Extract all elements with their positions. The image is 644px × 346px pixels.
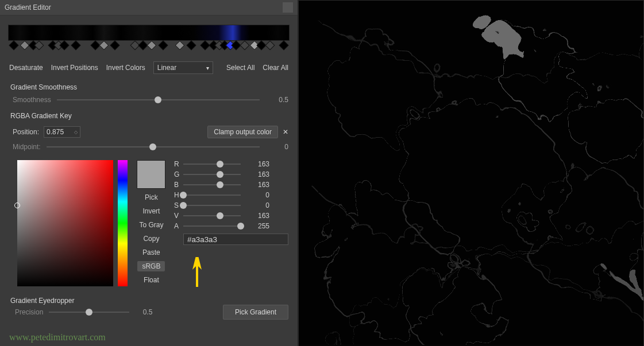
gradient-toolbar: Desaturate Invert Positions Invert Color…	[0, 50, 298, 77]
channel-value: 0	[244, 201, 269, 209]
position-input[interactable]: 0.875 ◇	[44, 126, 80, 138]
channel-row-r: R163	[174, 160, 288, 168]
smoothness-header: Gradient Smoothness	[0, 77, 298, 94]
color-picker-block: Pick Invert To Gray Copy Paste sRGB Floa…	[0, 153, 298, 289]
hex-row	[174, 234, 288, 245]
channel-row-s: S0	[174, 201, 288, 209]
channel-slider-g[interactable]	[183, 170, 241, 178]
close-icon[interactable]	[283, 2, 293, 13]
color-actions-column: Pick Invert To Gray Copy Paste sRGB Floa…	[136, 160, 167, 286]
invert-button[interactable]: Invert	[142, 206, 160, 216]
channel-value: 163	[244, 170, 269, 178]
float-toggle[interactable]: Float	[144, 275, 159, 285]
gradient-stop[interactable]	[240, 41, 249, 50]
gradient-stop[interactable]	[99, 41, 109, 50]
channel-value: 255	[244, 222, 269, 230]
gradient-stop[interactable]	[60, 41, 70, 50]
sv-cursor-icon	[14, 203, 20, 208]
clamp-output-color-button[interactable]: Clamp output color	[207, 126, 278, 138]
channel-label: B	[174, 181, 180, 189]
channel-slider-a[interactable]	[183, 222, 241, 230]
midpoint-label: Midpoint:	[13, 143, 41, 151]
eyedropper-header: Gradient Eyedropper	[0, 289, 298, 306]
gradient-stop[interactable]	[186, 41, 196, 50]
channel-row-h: H0	[174, 191, 288, 199]
texture-preview[interactable]	[298, 0, 644, 346]
interpolation-select[interactable]: Linear ▾	[153, 61, 213, 74]
current-color-swatch[interactable]	[137, 160, 165, 189]
hex-input[interactable]	[183, 234, 288, 245]
gradient-stop[interactable]	[110, 41, 120, 50]
copy-button[interactable]: Copy	[143, 234, 159, 244]
gradient-stop[interactable]	[279, 41, 289, 50]
close-icon[interactable]: ✕	[283, 128, 288, 136]
svg-point-9	[483, 25, 517, 45]
smoothness-value: 0.5	[265, 96, 288, 104]
precision-label: Precision	[15, 308, 43, 316]
channel-label: H	[174, 191, 180, 199]
gradient-strip[interactable]	[8, 25, 290, 41]
gradient-stop[interactable]	[158, 41, 168, 50]
channel-value: 0	[244, 191, 269, 199]
gradient-stops-row[interactable]	[8, 42, 290, 50]
gradient-stop[interactable]	[71, 41, 80, 50]
gradient-stop[interactable]	[146, 41, 156, 50]
midpoint-slider[interactable]	[47, 143, 260, 151]
channel-row-b: B163	[174, 181, 288, 189]
midpoint-value: 0	[265, 143, 288, 151]
channel-slider-s[interactable]	[183, 201, 241, 209]
channel-row-g: G163	[174, 170, 288, 178]
window-titlebar: Gradient Editor	[0, 0, 298, 15]
channel-value: 163	[244, 181, 269, 189]
channel-slider-v[interactable]	[183, 212, 241, 220]
hue-bar[interactable]	[118, 160, 128, 286]
pick-gradient-button[interactable]: Pick Gradient	[223, 305, 288, 320]
channel-slider-h[interactable]	[183, 191, 241, 199]
position-value: 0.875	[47, 128, 64, 136]
spinner-icon: ◇	[74, 130, 78, 135]
smoothness-slider[interactable]	[57, 96, 260, 104]
gradient-stop[interactable]	[175, 41, 184, 50]
gradient-editor-panel: Gradient Editor Desaturate Invert Positi…	[0, 0, 298, 346]
channel-value: 163	[244, 212, 269, 220]
desaturate-button[interactable]: Desaturate	[9, 64, 43, 72]
channel-slider-b[interactable]	[183, 181, 241, 189]
rgba-key-header: RGBA Gradient Key	[0, 106, 298, 122]
channel-label: R	[174, 160, 180, 168]
channel-row-v: V163	[174, 212, 288, 220]
channel-label: S	[174, 201, 180, 209]
precision-slider[interactable]	[49, 308, 129, 316]
invert-colors-button[interactable]: Invert Colors	[106, 64, 145, 72]
svg-rect-1	[299, 1, 643, 345]
sv-color-field[interactable]	[17, 160, 113, 286]
paste-button[interactable]: Paste	[142, 247, 160, 258]
srgb-toggle[interactable]: sRGB	[137, 261, 165, 271]
channel-row-a: A255	[174, 222, 288, 230]
gradient-stop[interactable]	[34, 41, 44, 50]
chevron-down-icon: ▾	[206, 65, 209, 71]
position-label: Position:	[13, 128, 39, 136]
gradient-preview-area	[0, 15, 298, 50]
channel-label: A	[174, 222, 180, 230]
invert-positions-button[interactable]: Invert Positions	[51, 64, 98, 72]
gradient-stop[interactable]	[265, 41, 275, 50]
watermark-text: www.petedimitrovart.com	[9, 332, 106, 343]
channel-value: 163	[244, 160, 269, 168]
smoothness-label: Smoothness	[13, 96, 51, 104]
svg-point-10	[608, 262, 633, 278]
channel-slider-r[interactable]	[183, 160, 241, 168]
interpolation-selected-label: Linear	[157, 64, 176, 72]
precision-value: 0.5	[135, 308, 152, 316]
channel-label: G	[174, 170, 180, 178]
channel-label: V	[174, 212, 180, 220]
clear-all-button[interactable]: Clear All	[263, 64, 288, 72]
channel-sliders: R163G163B163H0S0V163A255	[174, 160, 288, 286]
select-all-button[interactable]: Select All	[226, 64, 254, 72]
to-gray-button[interactable]: To Gray	[139, 220, 163, 230]
window-title: Gradient Editor	[5, 3, 51, 11]
gradient-stop[interactable]	[9, 41, 18, 50]
pick-button[interactable]: Pick	[145, 192, 158, 203]
